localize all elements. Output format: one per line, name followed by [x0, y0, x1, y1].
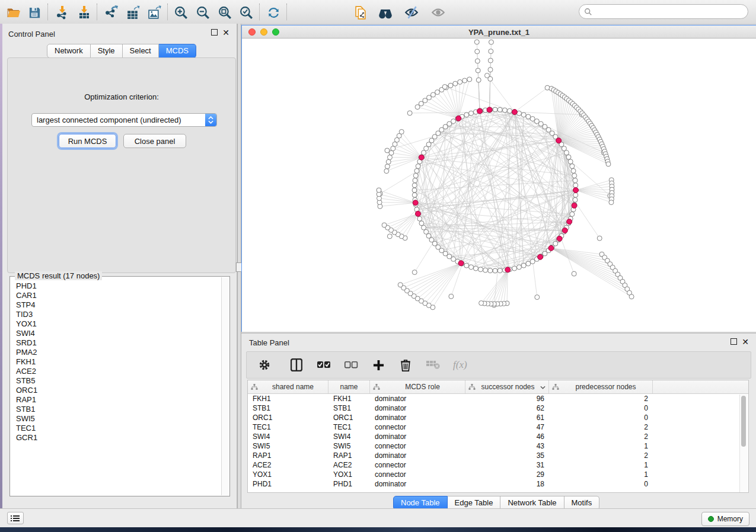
search-box[interactable]: [579, 4, 748, 19]
table-row[interactable]: ORC1ORC1dominator610: [248, 413, 748, 422]
control-panel-title: Control Panel: [8, 30, 55, 39]
column-header-name[interactable]: name: [328, 380, 370, 393]
criterion-dropdown[interactable]: largest connected component (undirected): [31, 113, 217, 127]
memory-button[interactable]: Memory: [701, 512, 749, 526]
table-row[interactable]: YOX1YOX1connector291: [248, 470, 748, 479]
mcds-result-item[interactable]: ORC1: [11, 386, 222, 395]
mcds-result-item[interactable]: CAR1: [11, 291, 222, 300]
mcds-result-item[interactable]: GCR1: [11, 433, 222, 443]
export-network-icon[interactable]: [103, 5, 119, 20]
mcds-result-item[interactable]: FKH1: [11, 357, 222, 367]
hide-graphics-details-icon[interactable]: [404, 5, 419, 20]
tab-mcds[interactable]: MCDS: [159, 44, 196, 58]
table-cell: 62: [465, 404, 549, 412]
search-input[interactable]: [595, 7, 748, 17]
table-row[interactable]: STB1STB1dominator620: [248, 403, 748, 413]
mcds-result-item[interactable]: ACE2: [11, 367, 222, 376]
tab-style[interactable]: Style: [91, 44, 123, 58]
table-cell: TEC1: [328, 423, 370, 431]
mcds-result-item[interactable]: TEC1: [11, 424, 222, 433]
mcds-result-scrollbar[interactable]: [221, 277, 229, 495]
mcds-result-item[interactable]: RAP1: [11, 395, 222, 405]
table-cell: PHD1: [328, 480, 370, 488]
search-objects-icon[interactable]: [378, 5, 393, 20]
table-panel-title: Table Panel: [249, 338, 289, 347]
show-columns-icon[interactable]: [289, 358, 304, 372]
table-row[interactable]: SWI4SWI4dominator462: [248, 432, 748, 441]
zoom-in-icon[interactable]: [173, 5, 189, 20]
table-row[interactable]: TEC1TEC1connector472: [248, 422, 748, 432]
column-header-shared-name[interactable]: shared name: [248, 380, 328, 393]
export-image-icon[interactable]: [146, 5, 162, 20]
open-file-icon[interactable]: [6, 5, 21, 20]
settings-gear-icon[interactable]: [257, 358, 272, 372]
network-window-titlebar[interactable]: YPA_prune.txt_1: [242, 25, 756, 39]
tab-select[interactable]: Select: [123, 44, 159, 58]
table-scrollbar-thumb[interactable]: [741, 396, 746, 447]
close-panel-icon[interactable]: ✕: [222, 30, 229, 36]
tab-network[interactable]: Network: [47, 44, 91, 58]
table-scrollbar[interactable]: [739, 395, 748, 492]
column-label: name: [328, 383, 369, 391]
column-header-predecessor-nodes[interactable]: predecessor nodes: [549, 380, 653, 393]
deselect-all-rows-icon[interactable]: [344, 358, 358, 372]
mcds-result-item[interactable]: YOX1: [11, 319, 222, 329]
table-cell: ORC1: [248, 414, 328, 422]
float-panel-icon[interactable]: [211, 29, 218, 36]
zoom-selected-icon[interactable]: [238, 5, 254, 20]
select-all-rows-icon[interactable]: [317, 358, 331, 372]
mcds-result-item[interactable]: SWI5: [11, 414, 222, 424]
import-network-icon[interactable]: [55, 5, 70, 20]
table-cell: TEC1: [248, 423, 328, 431]
table-cell: ORC1: [328, 414, 370, 422]
mcds-result-item[interactable]: TID3: [11, 310, 222, 319]
column-header-successor-nodes[interactable]: successor nodes: [465, 380, 549, 393]
table-cell: connector: [370, 442, 465, 450]
mcds-result-item[interactable]: PHD1: [11, 281, 222, 291]
toolbar-separator: [259, 4, 260, 20]
column-type-icon: [468, 384, 476, 390]
close-panel-button[interactable]: Close panel: [123, 134, 186, 148]
import-table-icon[interactable]: [76, 5, 92, 20]
refresh-view-icon[interactable]: [266, 5, 281, 20]
export-table-icon[interactable]: [125, 5, 141, 20]
function-builder-icon[interactable]: f(x): [453, 358, 467, 372]
table-row[interactable]: ACE2ACE2connector311: [248, 460, 748, 470]
table-cell: dominator: [370, 404, 465, 412]
save-session-icon[interactable]: [27, 5, 42, 20]
table-row[interactable]: FKH1FKH1dominator962: [248, 394, 748, 403]
column-header-MCDS-role[interactable]: MCDS role: [370, 380, 465, 393]
add-column-icon[interactable]: [371, 358, 385, 372]
zoom-fit-icon[interactable]: [217, 5, 232, 20]
network-canvas[interactable]: [242, 39, 755, 332]
show-graphics-details-icon[interactable]: [430, 5, 446, 20]
mcds-result-item[interactable]: SWI4: [11, 329, 222, 338]
mcds-result-item[interactable]: STB1: [11, 405, 222, 414]
network-graph[interactable]: [242, 39, 755, 332]
mcds-result-item[interactable]: STB5: [11, 376, 222, 386]
task-history-button[interactable]: [7, 512, 24, 524]
delete-table-icon[interactable]: [426, 358, 440, 372]
table-row[interactable]: PHD1PHD1dominator180: [248, 479, 748, 489]
mcds-result-item[interactable]: PMA2: [11, 348, 222, 357]
column-label: predecessor nodes: [559, 383, 652, 391]
mcds-result-item[interactable]: SRD1: [11, 338, 222, 348]
mcds-result-item[interactable]: STP4: [11, 300, 222, 310]
mcds-result-list[interactable]: PHD1CAR1STP4TID3YOX1SWI4SRD1PMA2FKH1ACE2…: [11, 281, 222, 495]
table-row[interactable]: RAP1RAP1dominator352: [248, 451, 748, 460]
table-row[interactable]: SWI5SWI5connector431: [248, 441, 748, 451]
table-cell: dominator: [370, 395, 465, 403]
column-type-icon: [373, 384, 380, 390]
float-panel-icon[interactable]: [731, 338, 737, 345]
zoom-out-icon[interactable]: [195, 5, 210, 20]
table-cell: 47: [465, 423, 549, 431]
table-cell: 2: [549, 395, 653, 403]
delete-column-icon[interactable]: [398, 358, 413, 372]
clone-network-icon[interactable]: [353, 5, 368, 20]
node-table[interactable]: shared namenameMCDS rolesuccessor nodesp…: [247, 380, 749, 493]
close-panel-icon[interactable]: ✕: [742, 339, 749, 345]
run-mcds-button[interactable]: Run MCDS: [59, 134, 116, 148]
mcds-result-group: MCDS result (17 nodes) PHD1CAR1STP4TID3Y…: [9, 276, 230, 496]
table-toolbar: f(x): [246, 351, 751, 379]
toolbar-separator: [97, 4, 97, 20]
